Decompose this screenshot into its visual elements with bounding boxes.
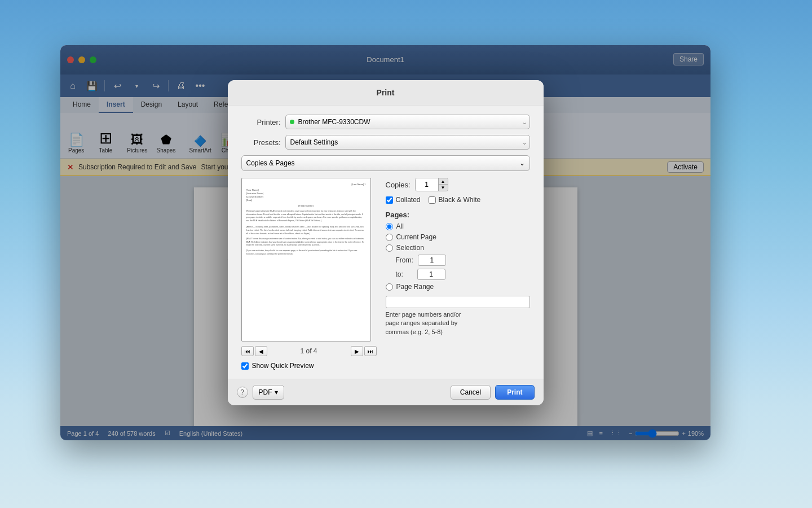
copies-up-button[interactable]: ▲ bbox=[439, 178, 448, 185]
preview-nav-prev-btns: ⏮ ◀ bbox=[241, 346, 267, 356]
presets-select-wrapper: Default Settings ⌄ bbox=[285, 135, 530, 150]
page-range-hint: Enter page numbers and/orpage ranges sep… bbox=[386, 310, 530, 336]
cancel-button[interactable]: Cancel bbox=[451, 385, 491, 400]
printer-status-dot bbox=[290, 120, 294, 124]
to-input[interactable] bbox=[417, 269, 445, 280]
pages-section-label: Pages: bbox=[386, 211, 530, 219]
print-main: [Last Name] 1 [Your Name] [Instructor Na… bbox=[241, 178, 530, 370]
presets-select[interactable]: Default Settings bbox=[285, 135, 530, 150]
presets-label: Presets: bbox=[241, 138, 281, 147]
preview-page-number: 1 of 4 bbox=[300, 347, 317, 355]
to-label: to: bbox=[396, 270, 413, 278]
print-preview: [Last Name] 1 [Your Name] [Instructor Na… bbox=[241, 178, 377, 370]
black-white-item: Black & White bbox=[429, 196, 481, 204]
print-dialog-body: Printer: Brother MFC-9330CDW ⌄ Presets: bbox=[228, 106, 544, 379]
print-button[interactable]: Print bbox=[495, 385, 534, 400]
all-pages-radio[interactable] bbox=[386, 223, 393, 230]
page-range-row: Page Range bbox=[386, 283, 530, 291]
copies-label: Copies: bbox=[386, 181, 411, 189]
current-page-radio[interactable] bbox=[386, 234, 393, 241]
current-page-label: Current Page bbox=[396, 233, 436, 241]
show-preview-row: Show Quick Preview bbox=[241, 362, 377, 370]
desktop-background: Document1 Share ⌂ 💾 ↩ ▾ ↪ 🖨 ••• Home Ins… bbox=[0, 0, 812, 508]
preview-next-button[interactable]: ▶ bbox=[351, 346, 363, 356]
check-row: Collated Black & White bbox=[386, 196, 530, 204]
from-row: From: bbox=[386, 255, 530, 266]
copies-row: Copies: ▲ ▼ bbox=[386, 178, 530, 191]
help-button[interactable]: ? bbox=[237, 387, 248, 398]
all-pages-label: All bbox=[396, 222, 404, 230]
preview-page-content: [Last Name] 1 [Your Name] [Instructor Na… bbox=[242, 178, 370, 341]
page-range-radio[interactable] bbox=[386, 283, 393, 291]
print-dialog: Print Printer: Brother MFC-9330CDW ⌄ bbox=[228, 80, 544, 405]
presets-row: Presets: Default Settings ⌄ bbox=[241, 135, 530, 150]
collated-item: Collated bbox=[386, 196, 421, 204]
copies-spinner: ▲ ▼ bbox=[438, 178, 448, 191]
collated-checkbox[interactable] bbox=[386, 196, 393, 204]
black-white-label: Black & White bbox=[439, 196, 481, 204]
to-row: to: bbox=[386, 269, 530, 280]
printer-label: Printer: bbox=[241, 118, 281, 126]
print-dialog-title: Print bbox=[228, 80, 544, 106]
show-preview-label: Show Quick Preview bbox=[252, 362, 314, 370]
printer-select-wrapper: Brother MFC-9330CDW ⌄ bbox=[285, 115, 530, 129]
copies-down-button[interactable]: ▼ bbox=[439, 185, 448, 191]
preview-first-button[interactable]: ⏮ bbox=[241, 346, 254, 356]
copies-pages-dropdown-icon[interactable]: ⌄ bbox=[519, 159, 525, 167]
preview-prev-button[interactable]: ◀ bbox=[255, 346, 267, 356]
print-dialog-overlay: Print Printer: Brother MFC-9330CDW ⌄ bbox=[60, 45, 710, 440]
page-range-label: Page Range bbox=[396, 283, 434, 291]
show-preview-checkbox[interactable] bbox=[241, 362, 249, 370]
pdf-dropdown-icon: ▾ bbox=[275, 388, 278, 396]
preview-last-button[interactable]: ⏭ bbox=[364, 346, 377, 356]
copies-pages-bar: Copies & Pages ⌄ bbox=[241, 155, 530, 171]
black-white-checkbox[interactable] bbox=[429, 196, 436, 204]
selection-radio[interactable] bbox=[386, 244, 393, 252]
page-range-input[interactable] bbox=[386, 296, 530, 308]
printer-select[interactable]: Brother MFC-9330CDW bbox=[285, 115, 530, 129]
selection-label: Selection bbox=[396, 244, 424, 252]
printer-row: Printer: Brother MFC-9330CDW ⌄ bbox=[241, 115, 530, 129]
print-options: Copies: ▲ ▼ bbox=[386, 178, 530, 370]
preview-box: [Last Name] 1 [Your Name] [Instructor Na… bbox=[241, 178, 371, 341]
copies-input[interactable] bbox=[416, 178, 438, 191]
from-input[interactable] bbox=[418, 255, 446, 266]
current-page-row: Current Page bbox=[386, 233, 530, 241]
preview-nav: ⏮ ◀ 1 of 4 ▶ ⏭ bbox=[241, 346, 377, 356]
copies-pages-label: Copies & Pages bbox=[246, 159, 295, 167]
from-label: From: bbox=[396, 256, 413, 264]
selection-row: Selection bbox=[386, 244, 530, 252]
pdf-label: PDF bbox=[259, 388, 272, 396]
pdf-button[interactable]: PDF ▾ bbox=[253, 385, 284, 400]
copies-input-wrap: ▲ ▼ bbox=[415, 178, 448, 191]
pages-section: Pages: All Current Page bbox=[386, 211, 530, 336]
print-dialog-footer: ? PDF ▾ Cancel Print bbox=[228, 379, 544, 405]
preview-nav-next-btns: ▶ ⏭ bbox=[351, 346, 377, 356]
collated-label: Collated bbox=[396, 196, 421, 204]
all-pages-row: All bbox=[386, 222, 530, 230]
word-window: Document1 Share ⌂ 💾 ↩ ▾ ↪ 🖨 ••• Home Ins… bbox=[60, 45, 710, 440]
